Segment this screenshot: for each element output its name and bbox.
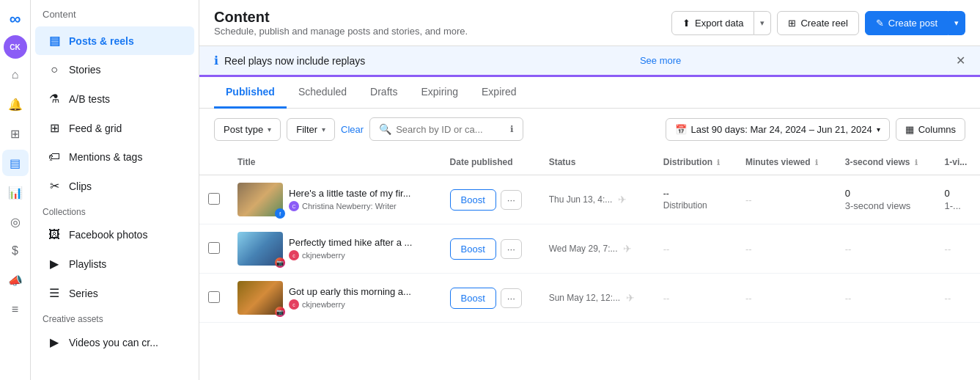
export-data-button[interactable]: ⬆ Export data <box>671 11 755 35</box>
banner-see-more-link[interactable]: See more <box>640 55 681 66</box>
sidebar-item-ab-tests[interactable]: ⚗ A/B tests <box>35 84 194 113</box>
export-data-caret[interactable]: ▾ <box>754 11 771 35</box>
row2-source-badge: 📷 <box>275 257 285 268</box>
row2-date-area: Wed May 29, 7:... ✈ <box>549 243 646 255</box>
row2-title-cell: 📷 Perfectly timed hike after a ... c ckj… <box>229 224 441 274</box>
target-icon[interactable]: ◎ <box>2 208 29 235</box>
search-icon: 🔍 <box>379 123 391 135</box>
filter-dropdown[interactable]: Filter ▾ <box>287 118 335 141</box>
date-range-caret-icon: ▾ <box>877 125 880 134</box>
row2-date-cell: Wed May 29, 7:... ✈ <box>540 224 655 274</box>
row2-actions: Boost ··· <box>450 238 531 260</box>
tab-expired[interactable]: Expired <box>470 77 528 109</box>
menu-icon[interactable]: ≡ <box>2 296 29 323</box>
filters-bar: Post type ▾ Filter ▾ Clear 🔍 ℹ 📅 Last 90… <box>199 109 980 150</box>
sidebar-item-mentions-tags[interactable]: 🏷 Mentions & tags <box>35 143 194 171</box>
main-content: Content Schedule, publish and manage pos… <box>199 0 980 380</box>
sidebar-item-posts-reels[interactable]: ▤ Posts & reels <box>35 26 194 55</box>
sidebar-item-feed-grid-label: Feed & grid <box>69 123 122 134</box>
row1-actions-cell: Boost ··· <box>441 175 540 224</box>
three-second-info-icon[interactable]: ℹ <box>915 158 918 167</box>
row1-post-text: Here's a little taste of my fir... C Chr… <box>289 188 410 211</box>
row2-boost-button[interactable]: Boost <box>450 238 496 260</box>
create-reel-button[interactable]: ⊞ Create reel <box>777 11 858 35</box>
sidebar-item-clips-label: Clips <box>69 180 92 192</box>
sidebar-item-feed-grid[interactable]: ⊞ Feed & grid <box>35 114 194 142</box>
export-icon: ⬆ <box>682 18 690 29</box>
content-icon[interactable]: ▤ <box>2 150 29 176</box>
sidebar-item-facebook-photos-label: Facebook photos <box>69 229 147 241</box>
sidebar-item-playlists[interactable]: ▶ Playlists <box>35 249 194 278</box>
banner-close-button[interactable]: ✕ <box>956 54 965 67</box>
row1-title: Here's a little taste of my fir... <box>289 188 410 199</box>
row1-more-button[interactable]: ··· <box>501 190 522 210</box>
sidebar-item-mentions-tags-label: Mentions & tags <box>69 151 142 163</box>
sidebar-item-playlists-label: Playlists <box>69 258 106 270</box>
sidebar-item-stories[interactable]: ○ Stories <box>35 56 194 84</box>
row2-checkbox[interactable] <box>208 242 220 254</box>
clips-icon: ✂ <box>47 179 62 193</box>
distribution-info-icon[interactable]: ℹ <box>717 158 720 167</box>
row1-send-icon: ✈ <box>618 194 627 205</box>
row1-checkbox-cell <box>199 175 229 224</box>
search-input[interactable] <box>396 124 506 135</box>
row3-title: Got up early this morning a... <box>289 286 411 297</box>
row3-source-badge: 📷 <box>275 307 285 317</box>
row1-boost-button[interactable]: Boost <box>450 189 496 211</box>
page-title: Content <box>214 9 468 26</box>
row1-distribution-label: Distribution <box>663 200 728 211</box>
row3-checkbox[interactable] <box>208 291 220 303</box>
sidebar-item-videos-label: Videos you can cr... <box>69 337 158 348</box>
row2-author: c ckjnewberry <box>289 250 412 260</box>
row2-title: Perfectly timed hike after a ... <box>289 237 412 248</box>
row3-date-area: Sun May 12, 12:... ✈ <box>549 292 646 304</box>
tab-drafts[interactable]: Drafts <box>358 77 409 109</box>
columns-button[interactable]: ▦ Columns <box>896 118 965 141</box>
sidebar-item-clips[interactable]: ✂ Clips <box>35 172 194 200</box>
sidebar-item-facebook-photos[interactable]: 🖼 Facebook photos <box>35 221 194 249</box>
row3-boost-button[interactable]: Boost <box>450 288 496 309</box>
th-checkbox <box>199 150 229 175</box>
dollar-icon[interactable]: $ <box>2 238 29 264</box>
bell-icon[interactable]: 🔔 <box>2 91 29 117</box>
sidebar-header: Content <box>31 0 199 26</box>
series-icon: ☰ <box>47 286 62 300</box>
row3-more-button[interactable]: ··· <box>501 288 522 308</box>
megaphone-icon[interactable]: 📣 <box>2 267 29 293</box>
row3-actions: Boost ··· <box>450 288 531 309</box>
tabs-bar: Published Scheduled Drafts Expiring Expi… <box>199 77 980 109</box>
row3-distribution-cell: -- <box>655 274 737 323</box>
row1-three-second-label: 3-second views <box>845 200 927 211</box>
tab-expiring[interactable]: Expiring <box>409 77 470 109</box>
row2-post-text: Perfectly timed hike after a ... c ckjne… <box>289 237 412 260</box>
post-type-filter[interactable]: Post type ▾ <box>214 118 281 141</box>
stories-icon: ○ <box>47 63 62 76</box>
create-post-caret[interactable]: ▾ <box>948 11 965 35</box>
grid-icon[interactable]: ⊞ <box>2 120 29 147</box>
collections-section-label: Collections <box>31 201 199 220</box>
row1-distribution: -- Distribution <box>663 189 728 211</box>
user-avatar[interactable]: CK <box>4 35 27 59</box>
minutes-info-icon[interactable]: ℹ <box>815 158 818 167</box>
row1-checkbox[interactable] <box>208 193 220 205</box>
date-range-filter[interactable]: 📅 Last 90 days: Mar 24, 2024 – Jun 21, 2… <box>666 118 890 141</box>
sidebar-item-videos[interactable]: ▶ Videos you can cr... <box>35 328 194 357</box>
create-post-button[interactable]: ✎ Create post <box>865 11 948 35</box>
chart-icon[interactable]: 📊 <box>2 179 29 205</box>
sidebar-item-series[interactable]: ☰ Series <box>35 279 194 307</box>
search-info-icon[interactable]: ℹ <box>510 124 514 134</box>
home-icon[interactable]: ⌂ <box>2 62 29 88</box>
sidebar-item-stories-label: Stories <box>69 64 101 76</box>
row2-actions-cell: Boost ··· <box>441 224 540 274</box>
row2-more-button[interactable]: ··· <box>501 239 522 259</box>
tab-scheduled[interactable]: Scheduled <box>287 77 358 109</box>
create-post-icon: ✎ <box>876 18 884 29</box>
th-status: Status <box>540 150 655 175</box>
row2-author-avatar: c <box>289 250 299 260</box>
clear-button[interactable]: Clear <box>341 124 364 135</box>
row3-title-cell: 📷 Got up early this morning a... c ckjne… <box>229 274 441 323</box>
page-title-area: Content Schedule, publish and manage pos… <box>214 9 468 37</box>
banner-left: ℹ Reel plays now include replays <box>214 54 365 67</box>
tab-published[interactable]: Published <box>214 77 287 109</box>
ab-tests-icon: ⚗ <box>47 92 62 106</box>
